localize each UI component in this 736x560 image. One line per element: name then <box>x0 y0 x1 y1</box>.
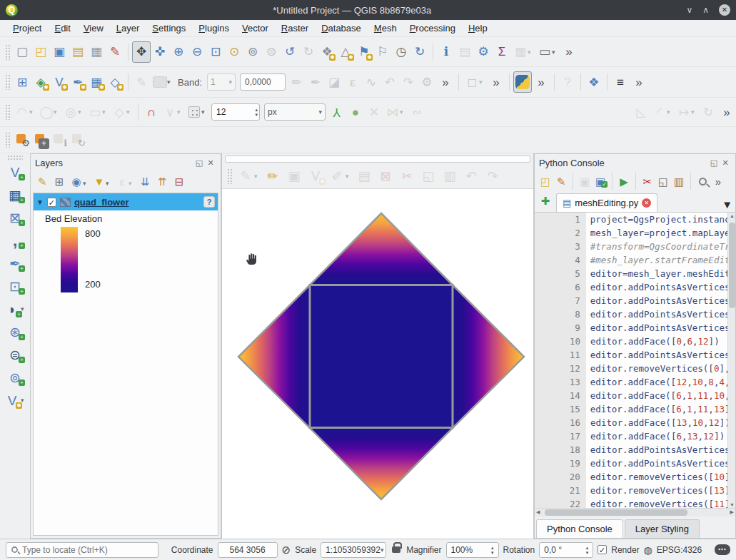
lock-scale-icon[interactable] <box>392 546 400 553</box>
menu-database[interactable]: Database <box>316 21 367 35</box>
toolbar-overflow-button[interactable]: » <box>560 41 578 63</box>
coordinate-value[interactable]: 564 3056 <box>218 542 278 558</box>
new-virtual-layer-button[interactable]: ▦✱ <box>87 71 106 93</box>
toolbar-overflow-button[interactable]: » <box>487 71 505 93</box>
add-vector-layer-button[interactable]: V+ <box>4 161 26 183</box>
manage-map-themes-button[interactable]: ◉▾ <box>68 173 85 190</box>
new-spatial-bookmark-button[interactable]: ⚑✱ <box>355 41 373 63</box>
mesh-add-button[interactable]: + <box>31 129 50 151</box>
tab-meshEditing[interactable]: ▤ meshEditing.py ✕ <box>556 193 657 212</box>
toolbar-overflow-button[interactable]: » <box>630 71 648 93</box>
show-layout-manager-button[interactable]: ▦ <box>87 41 106 63</box>
remove-layer-button[interactable]: ⊟ <box>171 173 188 190</box>
code-line[interactable]: 16editor.addFace([13,10,12]) <box>560 416 735 429</box>
temporal-controller-button[interactable]: ◷ <box>392 41 410 63</box>
processing-toolbox-button[interactable]: ⚙ <box>474 41 493 63</box>
new-mesh-layer-button[interactable]: ◇✱ <box>106 71 124 93</box>
add-spatialite-layer-button[interactable]: ✒+ <box>4 253 26 274</box>
add-mesh-layer-button[interactable]: ⊠+ <box>4 207 26 228</box>
crs-value[interactable]: EPSG:4326 <box>657 545 702 555</box>
code-line[interactable]: 5editor=mesh_layer.meshEdito <box>560 267 735 280</box>
copy-button[interactable]: ◱ <box>655 173 671 190</box>
close-panel-icon[interactable]: ✕ <box>205 157 216 168</box>
filter-legend-button[interactable]: ▼▾ <box>91 173 108 190</box>
dock-tab-python-console[interactable]: Python Console <box>536 519 623 538</box>
minimize-button[interactable]: ∨ <box>686 5 692 15</box>
new-temporary-scratch-layer-button[interactable]: ✒✱ <box>69 71 87 93</box>
new-print-layout-button[interactable]: ▤ <box>69 41 87 63</box>
open-in-editor-button[interactable]: ✎ <box>553 173 569 190</box>
add-delimited-text-layer-button[interactable]: ,+ <box>4 230 26 251</box>
float-panel-icon[interactable]: ◱ <box>708 157 720 168</box>
locator-box[interactable] <box>6 542 158 558</box>
show-spatial-bookmarks-button[interactable]: ⚐ <box>373 41 392 63</box>
enable-snapping-button[interactable]: ∩ <box>142 101 161 123</box>
new-3d-map-view-button[interactable]: △✱ <box>336 41 355 63</box>
scroll-left-icon[interactable]: ◀ <box>536 509 540 515</box>
measure-button[interactable]: ▭▾ <box>535 41 554 63</box>
show-statistics-button[interactable]: Σ <box>493 41 511 63</box>
expander-icon[interactable]: ▼ <box>36 198 44 206</box>
close-button[interactable]: ✕ <box>719 4 730 16</box>
code-line[interactable]: 4#mesh_layer.startFrameEditi <box>560 253 735 267</box>
add-wms-layer-button[interactable]: ⊛+ <box>4 321 26 342</box>
menu-help[interactable]: Help <box>463 21 493 35</box>
snapping-options-button[interactable]: ▾ <box>185 101 203 123</box>
scrollbar-thumb[interactable] <box>545 509 687 516</box>
magnifier-spinbox[interactable]: 100% ▴▾ <box>446 542 499 558</box>
menu-project[interactable]: Project <box>7 21 47 35</box>
save-as-script-button[interactable]: ▣✓ <box>593 173 608 190</box>
code-line[interactable]: 1project=QgsProject.instance <box>560 213 735 226</box>
band-value-field[interactable]: 0,0000 <box>240 73 286 91</box>
code-line[interactable]: 2mesh_layer=project.mapLayer <box>560 226 735 240</box>
render-checkbox[interactable]: ✓ <box>598 545 607 554</box>
cut-button[interactable]: ✂ <box>640 173 655 190</box>
zoom-to-selection-button[interactable]: ⊙ <box>225 41 243 63</box>
add-postgis-layer-button[interactable]: ⊡+ <box>4 275 26 297</box>
new-tab-button[interactable]: ✚ <box>538 195 553 212</box>
menu-raster[interactable]: Raster <box>276 21 314 35</box>
toolbar-overflow-button[interactable]: » <box>436 71 455 93</box>
run-script-button[interactable]: ▶ <box>616 173 632 190</box>
menu-processing[interactable]: Processing <box>404 21 461 35</box>
toolbar-drag-handle[interactable] <box>5 44 11 60</box>
code-line[interactable]: 15editor.addFace([6,1,11,13]) <box>560 402 735 416</box>
toolbar-overflow-button[interactable]: » <box>710 173 726 190</box>
new-shapefile-layer-button[interactable]: V✱ <box>50 71 69 93</box>
scroll-down-icon[interactable]: ▼ <box>728 502 735 507</box>
new-map-view-button[interactable]: ❖✱ <box>318 41 336 63</box>
code-line[interactable]: 21editor.removeVertices([13], <box>560 484 735 497</box>
close-panel-icon[interactable]: ✕ <box>720 157 731 168</box>
code-line[interactable]: 17editor.addFace([6,13,12]) <box>560 429 735 443</box>
menu-view[interactable]: View <box>78 21 109 35</box>
open-data-source-manager-button[interactable]: ⊞ <box>13 71 31 93</box>
menu-plugins[interactable]: Plugins <box>193 21 235 35</box>
horizontal-scrollbar[interactable]: ◀ ▶ <box>535 508 735 516</box>
new-project-button[interactable]: ▢ <box>13 41 31 63</box>
menu-settings[interactable]: Settings <box>146 21 191 35</box>
add-group-button[interactable]: ⊞ <box>51 173 68 190</box>
scrollbar-thumb[interactable] <box>729 223 735 308</box>
open-script-button[interactable]: ◰ <box>538 173 553 190</box>
tab-list-dropdown-icon[interactable]: ▼ <box>722 198 732 212</box>
toolbar-drag-handle[interactable] <box>7 155 23 160</box>
pan-map-button[interactable]: ✥ <box>132 41 151 63</box>
add-wcs-layer-button[interactable]: ⊜+ <box>4 344 26 365</box>
zoom-to-layer-button[interactable]: ⊚ <box>243 41 262 63</box>
code-line[interactable]: 8editor.addPointsAsVertices( <box>560 307 735 321</box>
mouse-extents-icon[interactable]: ⊘ <box>282 544 291 556</box>
code-line[interactable]: 10editor.addFace([0,6,12]) <box>560 335 735 348</box>
menu-layer[interactable]: Layer <box>111 21 146 35</box>
refresh-map-button[interactable]: ↻ <box>410 41 429 63</box>
topological-editing-button[interactable]: Y <box>328 101 346 123</box>
vertical-scrollbar[interactable]: ▲ ▼ <box>727 213 735 508</box>
menu-edit[interactable]: Edit <box>49 21 76 35</box>
maximize-button[interactable]: ∧ <box>702 5 709 15</box>
open-project-button[interactable]: ◰ <box>31 41 50 63</box>
identify-features-button[interactable]: ℹ <box>437 41 455 63</box>
pan-map-to-selection-button[interactable]: ✜ <box>151 41 169 63</box>
python-console-button[interactable] <box>513 71 532 93</box>
code-line[interactable]: 19editor.addPointsAsVertices( <box>560 457 735 470</box>
code-line[interactable]: 12editor.removeVertices([0],T <box>560 362 735 375</box>
zoom-last-button[interactable]: ↺ <box>281 41 299 63</box>
